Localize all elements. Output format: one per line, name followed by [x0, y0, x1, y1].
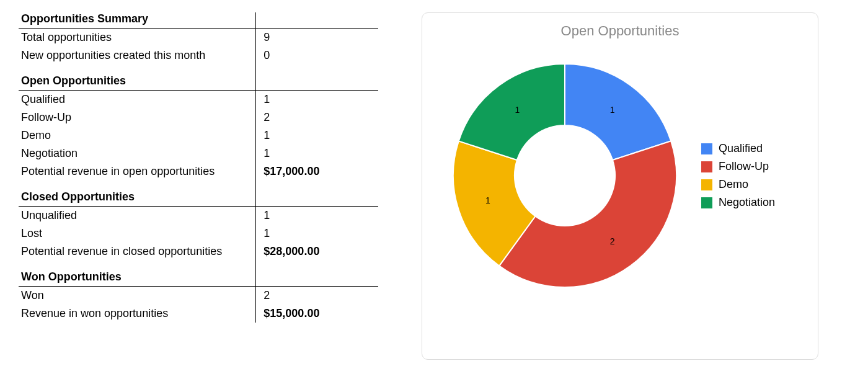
table-row: Won2 [19, 287, 378, 305]
legend-label: Negotiation [719, 196, 775, 209]
slice-label: 1 [485, 195, 490, 205]
row-value: 1 [256, 145, 378, 163]
legend-swatch [701, 143, 712, 154]
row-value: 1 [256, 91, 378, 109]
table-row: Potential revenue in closed opportunitie… [19, 243, 378, 261]
section-heading-label: Open Opportunities [19, 65, 256, 91]
slice-label: 1 [610, 105, 615, 115]
table-row: Unqualified1 [19, 207, 378, 225]
table-row: Demo1 [19, 127, 378, 145]
row-value: 2 [256, 109, 378, 127]
table-row: Negotiation1 [19, 145, 378, 163]
legend-item: Negotiation [701, 196, 775, 209]
row-label: Unqualified [19, 207, 256, 225]
section-heading-label: Closed Opportunities [19, 181, 256, 207]
row-value: 1 [256, 207, 378, 225]
section-heading: Open Opportunities [19, 65, 378, 91]
table-row: Follow-Up2 [19, 109, 378, 127]
row-value: 2 [256, 287, 378, 305]
legend-item: Qualified [701, 142, 775, 155]
row-label: Won [19, 287, 256, 305]
chart-body: 1211 QualifiedFollow-UpDemoNegotiation [435, 45, 805, 306]
row-label: Qualified [19, 91, 256, 109]
page: Opportunities SummaryTotal opportunities… [0, 0, 868, 384]
summary-panel: Opportunities SummaryTotal opportunities… [19, 12, 391, 372]
chart-title: Open Opportunities [435, 23, 805, 39]
legend-item: Demo [701, 178, 775, 191]
row-label: Potential revenue in closed opportunitie… [19, 243, 256, 261]
legend-label: Demo [719, 178, 748, 191]
donut-slice-negotiation [459, 64, 565, 160]
table-row: Total opportunities9 [19, 29, 378, 47]
legend-label: Follow-Up [719, 160, 769, 173]
section-heading-spacer [256, 261, 378, 287]
section-heading: Closed Opportunities [19, 181, 378, 207]
chart-legend: QualifiedFollow-UpDemoNegotiation [701, 137, 775, 214]
slice-label: 2 [610, 236, 615, 246]
row-label: Demo [19, 127, 256, 145]
section-heading: Won Opportunities [19, 261, 378, 287]
row-value: $28,000.00 [256, 243, 378, 261]
legend-swatch [701, 161, 712, 172]
legend-label: Qualified [719, 142, 763, 155]
section-heading-label: Opportunities Summary [19, 12, 256, 29]
row-label: Follow-Up [19, 109, 256, 127]
chart-panel: Open Opportunities 1211 QualifiedFollow-… [391, 12, 849, 372]
donut-chart: 1211 [435, 45, 695, 306]
row-value: 0 [256, 47, 378, 65]
row-label: Lost [19, 225, 256, 243]
chart-card: Open Opportunities 1211 QualifiedFollow-… [422, 12, 818, 360]
legend-item: Follow-Up [701, 160, 775, 173]
section-heading-spacer [256, 65, 378, 91]
donut-svg [435, 45, 695, 306]
slice-label: 1 [515, 105, 520, 115]
row-value: $17,000.00 [256, 163, 378, 181]
table-row: Lost1 [19, 225, 378, 243]
table-row: New opportunities created this month0 [19, 47, 378, 65]
section-heading: Opportunities Summary [19, 12, 378, 29]
section-heading-spacer [256, 12, 378, 29]
row-label: Revenue in won opportunities [19, 305, 256, 323]
summary-table: Opportunities SummaryTotal opportunities… [19, 12, 378, 323]
row-label: New opportunities created this month [19, 47, 256, 65]
row-value: 1 [256, 127, 378, 145]
legend-swatch [701, 197, 712, 208]
row-value: $15,000.00 [256, 305, 378, 323]
table-row: Potential revenue in open opportunities$… [19, 163, 378, 181]
legend-swatch [701, 179, 712, 190]
row-value: 9 [256, 29, 378, 47]
section-heading-label: Won Opportunities [19, 261, 256, 287]
table-row: Revenue in won opportunities$15,000.00 [19, 305, 378, 323]
row-label: Negotiation [19, 145, 256, 163]
row-label: Potential revenue in open opportunities [19, 163, 256, 181]
table-row: Qualified1 [19, 91, 378, 109]
row-value: 1 [256, 225, 378, 243]
row-label: Total opportunities [19, 29, 256, 47]
section-heading-spacer [256, 181, 378, 207]
